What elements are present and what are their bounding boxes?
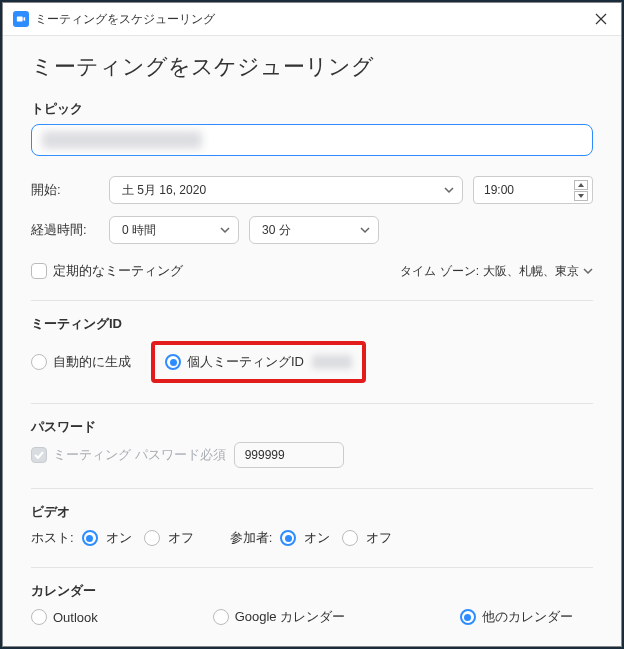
participant-video-on-label: オン xyxy=(304,529,330,547)
start-label: 開始: xyxy=(31,181,99,199)
video-heading: ビデオ xyxy=(31,503,593,521)
participant-video-off-radio[interactable] xyxy=(342,530,358,546)
password-row: ミーティング パスワード必須 999999 xyxy=(31,442,593,468)
recurring-checkbox[interactable] xyxy=(31,263,47,279)
highlight-annotation: 個人ミーティングID xyxy=(151,341,366,383)
time-value: 19:00 xyxy=(484,183,514,197)
participant-video-off-label: オフ xyxy=(366,529,392,547)
date-value: 土 5月 16, 2020 xyxy=(122,182,206,199)
calendar-heading: カレンダー xyxy=(31,582,593,600)
chevron-down-icon xyxy=(444,185,454,195)
recurring-row: 定期的なミーティング タイム ゾーン: 大阪、札幌、東京 xyxy=(31,262,593,280)
divider xyxy=(31,300,593,301)
close-icon xyxy=(595,13,607,25)
minutes-select[interactable]: 30 分 xyxy=(249,216,379,244)
chevron-down-icon xyxy=(220,225,230,235)
divider xyxy=(31,403,593,404)
password-input[interactable]: 999999 xyxy=(234,442,344,468)
participant-video-on-radio[interactable] xyxy=(280,530,296,546)
time-spinner[interactable]: 19:00 xyxy=(473,176,593,204)
chevron-down-icon xyxy=(360,225,370,235)
password-required-row: ミーティング パスワード必須 xyxy=(31,446,226,464)
start-row: 開始: 土 5月 16, 2020 19:00 xyxy=(31,176,593,204)
topic-input[interactable] xyxy=(31,124,593,156)
app-icon xyxy=(13,11,29,27)
hours-select[interactable]: 0 時間 xyxy=(109,216,239,244)
radio-google[interactable] xyxy=(213,609,229,625)
timezone-link[interactable]: タイム ゾーン: 大阪、札幌、東京 xyxy=(400,263,593,280)
timezone-label: タイム ゾーン: xyxy=(400,263,479,280)
calendar-other-option[interactable]: 他のカレンダー xyxy=(460,608,573,626)
participant-video-label: 参加者: xyxy=(230,529,273,547)
divider xyxy=(31,567,593,568)
date-select[interactable]: 土 5月 16, 2020 xyxy=(109,176,463,204)
video-row: ホスト: オン オフ 参加者: オン オフ xyxy=(31,529,593,547)
meeting-id-row: 自動的に生成 個人ミーティングID xyxy=(31,341,593,383)
calendar-google-option[interactable]: Google カレンダー xyxy=(213,608,346,626)
password-required-checkbox xyxy=(31,447,47,463)
host-video-off-label: オフ xyxy=(168,529,194,547)
radio-other[interactable] xyxy=(460,609,476,625)
password-heading: パスワード xyxy=(31,418,593,436)
timezone-value: 大阪、札幌、東京 xyxy=(483,263,579,280)
calendar-other-label: 他のカレンダー xyxy=(482,608,573,626)
window-title: ミーティングをスケジューリング xyxy=(35,11,591,28)
title-bar: ミーティングをスケジューリング xyxy=(3,3,621,36)
radio-personal[interactable] xyxy=(165,354,181,370)
check-icon xyxy=(34,451,44,459)
dialog-window: ミーティングをスケジューリング ミーティングをスケジューリング トピック 開始:… xyxy=(2,2,622,647)
minutes-value: 30 分 xyxy=(262,222,291,239)
content-area: ミーティングをスケジューリング トピック 開始: 土 5月 16, 2020 1… xyxy=(3,36,621,646)
personal-id-redacted xyxy=(312,355,352,369)
meeting-id-auto-option[interactable]: 自動的に生成 xyxy=(31,353,131,371)
host-video-label: ホスト: xyxy=(31,529,74,547)
duration-label: 経過時間: xyxy=(31,221,99,239)
divider xyxy=(31,488,593,489)
meeting-id-auto-label: 自動的に生成 xyxy=(53,353,131,371)
close-button[interactable] xyxy=(591,9,611,29)
hours-value: 0 時間 xyxy=(122,222,156,239)
password-value: 999999 xyxy=(245,448,285,462)
recurring-checkbox-row[interactable]: 定期的なミーティング xyxy=(31,262,183,280)
password-required-label: ミーティング パスワード必須 xyxy=(53,446,226,464)
meeting-id-heading: ミーティングID xyxy=(31,315,593,333)
chevron-down-icon xyxy=(583,266,593,276)
meeting-id-personal-option[interactable]: 個人ミーティングID xyxy=(165,353,352,371)
page-heading: ミーティングをスケジューリング xyxy=(31,52,593,82)
meeting-id-personal-label: 個人ミーティングID xyxy=(187,353,304,371)
spinner-buttons[interactable] xyxy=(574,180,588,201)
recurring-label: 定期的なミーティング xyxy=(53,262,183,280)
topic-label: トピック xyxy=(31,100,593,118)
radio-auto[interactable] xyxy=(31,354,47,370)
host-video-off-radio[interactable] xyxy=(144,530,160,546)
radio-outlook[interactable] xyxy=(31,609,47,625)
host-video-on-label: オン xyxy=(106,529,132,547)
calendar-google-label: Google カレンダー xyxy=(235,608,346,626)
calendar-outlook-label: Outlook xyxy=(53,610,98,625)
host-video-on-radio[interactable] xyxy=(82,530,98,546)
calendar-outlook-option[interactable]: Outlook xyxy=(31,609,98,625)
calendar-row: Outlook Google カレンダー 他のカレンダー xyxy=(31,608,593,626)
duration-row: 経過時間: 0 時間 30 分 xyxy=(31,216,593,244)
topic-value-redacted xyxy=(42,131,202,149)
